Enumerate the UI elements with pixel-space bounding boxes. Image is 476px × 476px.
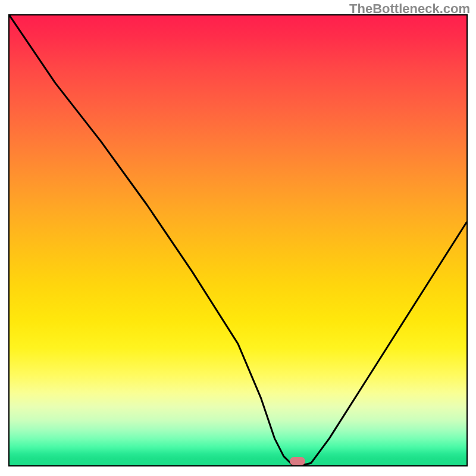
curve-svg: [10, 15, 466, 465]
plot-frame: [8, 14, 468, 466]
optimum-marker-icon: [290, 457, 305, 465]
bottleneck-curve: [10, 15, 466, 465]
watermark-text: TheBottleneck.com: [349, 1, 470, 17]
plot-area: [10, 15, 466, 465]
